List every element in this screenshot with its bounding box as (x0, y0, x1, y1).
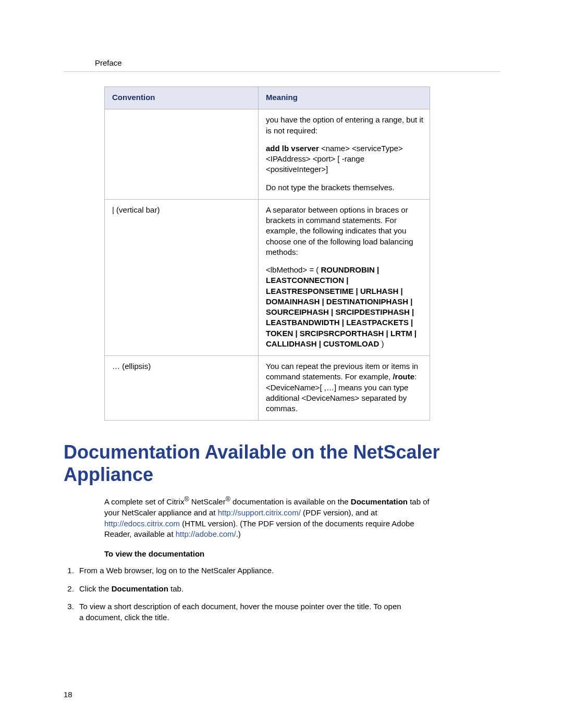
page-container: Preface Convention Meaning you have the … (0, 0, 563, 728)
cell-convention (105, 109, 259, 199)
meaning-code: <lbMethod> = ( ROUNDROBIN | LEASTCONNECT… (266, 265, 423, 349)
list-item: From a Web browser, log on to the NetSca… (76, 565, 402, 576)
cell-meaning: A separator between options in braces or… (259, 200, 430, 355)
list-item: To view a short description of each docu… (76, 601, 402, 623)
page-number: 18 (64, 690, 72, 699)
support-link[interactable]: http://support.citrix.com/ (218, 508, 301, 517)
cell-meaning: You can repeat the previous item or item… (259, 356, 430, 420)
col-header-meaning: Meaning (259, 87, 430, 109)
header-rule (64, 71, 500, 72)
cell-meaning: you have the option of entering a range,… (259, 109, 430, 199)
table-row: you have the option of entering a range,… (105, 109, 430, 200)
table-row: … (ellipsis) You can repeat the previous… (105, 356, 430, 420)
adobe-link[interactable]: http://adobe.com/ (176, 529, 236, 538)
table-row: | (vertical bar) A separator between opt… (105, 200, 430, 356)
meaning-text: A separator between options in braces or… (266, 205, 423, 257)
procedure-steps: From a Web browser, log on to the NetSca… (64, 565, 402, 623)
meaning-text: You can repeat the previous item or item… (266, 361, 423, 414)
registered-mark: ® (184, 496, 189, 503)
col-header-convention: Convention (105, 87, 259, 109)
meaning-text: Do not type the brackets themselves. (266, 182, 423, 193)
cell-convention: … (ellipsis) (105, 356, 259, 420)
procedure-title: To view the documentation (104, 549, 430, 558)
list-item: Click the Documentation tab. (76, 584, 402, 595)
table-header-row: Convention Meaning (105, 87, 430, 109)
intro-paragraph: A complete set of Citrix® NetScaler® doc… (104, 495, 430, 540)
section-label: Preface (95, 58, 500, 67)
conventions-table: Convention Meaning you have the option o… (104, 87, 430, 421)
section-heading: Documentation Available on the NetScaler… (64, 441, 500, 486)
cell-convention: | (vertical bar) (105, 200, 259, 355)
meaning-code: add lb vserver <name> <serviceType> <IPA… (266, 143, 423, 175)
registered-mark: ® (226, 496, 230, 503)
meaning-text: you have the option of entering a range,… (266, 115, 423, 136)
edocs-link[interactable]: http://edocs.citrix.com (104, 519, 180, 528)
